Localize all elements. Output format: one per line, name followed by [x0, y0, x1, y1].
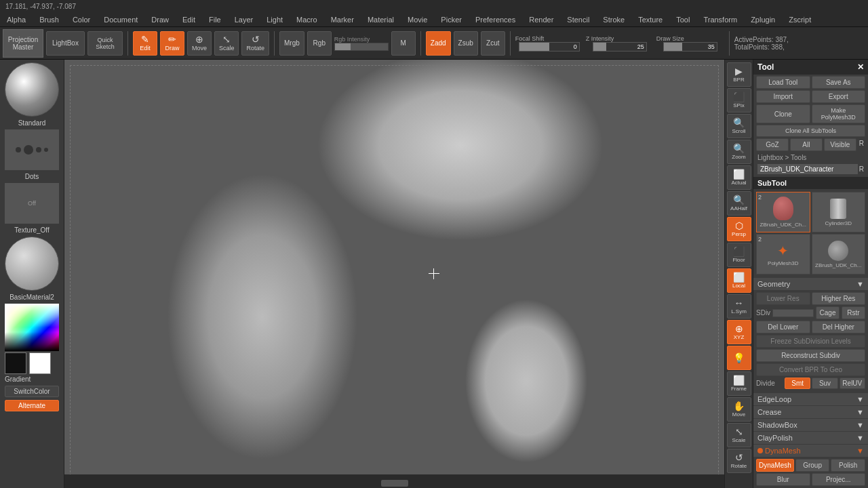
frame-button[interactable]: ⬜ Frame: [727, 371, 751, 396]
load-tool-button[interactable]: Load Tool: [756, 76, 810, 89]
z-intensity-slider[interactable]: 25: [593, 42, 647, 52]
lightbulb-button[interactable]: 💡: [727, 346, 751, 370]
scale-cam-button[interactable]: ⤡ Scale: [727, 423, 751, 447]
menu-tool[interactable]: Tool: [673, 14, 692, 25]
canvas-scrollbar[interactable]: [64, 474, 724, 488]
rotate-cam-button[interactable]: ↺ Rotate: [727, 449, 751, 473]
menu-zplugin[interactable]: Zplugin: [748, 14, 778, 25]
rotate-button[interactable]: ↺ Rotate: [241, 31, 269, 56]
floor-button[interactable]: ⬛ Floor: [727, 243, 751, 267]
menu-macro[interactable]: Macro: [294, 14, 320, 25]
focal-shift-slider[interactable]: 0: [519, 42, 580, 52]
spix-button[interactable]: ⬛ SPix: [727, 88, 751, 113]
menu-edit[interactable]: Edit: [180, 14, 198, 25]
draw-button[interactable]: ✏ Draw: [160, 31, 184, 56]
zadd-button[interactable]: Zadd: [426, 31, 451, 56]
smt-button[interactable]: Smt: [785, 378, 810, 389]
goz-button[interactable]: GoZ: [756, 138, 789, 151]
material-preview[interactable]: [5, 237, 59, 291]
xyz-button[interactable]: ⊕ XYZ: [727, 320, 751, 344]
zsub-button[interactable]: Zsub: [454, 31, 478, 56]
shadowbox-section-header[interactable]: ShadowBox ▼: [753, 419, 868, 431]
brush-name[interactable]: Standard: [18, 119, 46, 127]
reconstruct-subdiv-button[interactable]: Reconstruct Subdiv: [756, 349, 865, 362]
switch-color-button[interactable]: SwitchColor: [5, 386, 59, 397]
clone-button[interactable]: Clone: [756, 104, 810, 123]
clone-all-subtools-button[interactable]: Clone All SubTools: [756, 125, 865, 137]
reuv-button[interactable]: RelUV: [840, 378, 865, 389]
menu-file[interactable]: File: [206, 14, 224, 25]
cage-button[interactable]: Cage: [816, 306, 840, 319]
export-button[interactable]: Export: [812, 90, 866, 103]
menu-light[interactable]: Light: [264, 14, 285, 25]
lower-res-button[interactable]: Lower Res: [756, 292, 810, 305]
menu-draw[interactable]: Draw: [149, 14, 172, 25]
zoom-button[interactable]: 🔍 Zoom: [727, 140, 751, 164]
menu-stencil[interactable]: Stencil: [564, 14, 592, 25]
crease-section-header[interactable]: Crease ▼: [753, 406, 868, 418]
scroll-handle[interactable]: [381, 480, 408, 487]
import-button[interactable]: Import: [756, 90, 810, 103]
menu-marker[interactable]: Marker: [328, 14, 357, 25]
color-wheel[interactable]: [5, 304, 59, 351]
lightbox-button[interactable]: LightBox: [46, 31, 85, 56]
dynamesh-section-header[interactable]: DynaMesh ▼: [753, 445, 868, 457]
zbrush-udk-character-button[interactable]: ZBrush_UDK_Character: [757, 164, 858, 174]
dynamesh-button[interactable]: DynaMesh: [756, 459, 794, 472]
menu-render[interactable]: Render: [526, 14, 556, 25]
menu-material[interactable]: Material: [365, 14, 397, 25]
canvas-area[interactable]: [64, 60, 724, 488]
edgeloop-section-header[interactable]: EdgeLoop ▼: [753, 393, 868, 405]
group-button[interactable]: Group: [795, 459, 830, 472]
menu-layer[interactable]: Layer: [232, 14, 256, 25]
thumb-cylinder3d[interactable]: Cylinder3D: [812, 192, 866, 232]
draw-size-slider[interactable]: 35: [663, 42, 717, 52]
thumb-zbrush-udk-2[interactable]: ZBrush_UDK_Ch...: [812, 234, 866, 274]
menu-picker[interactable]: Picker: [438, 14, 465, 25]
aahalf-button[interactable]: 🔍 AAHalf: [727, 191, 751, 216]
higher-res-button[interactable]: Higher Res: [812, 292, 866, 305]
freeze-subdiv-button[interactable]: Freeze SubDivision Levels: [756, 335, 865, 348]
alpha-name[interactable]: Dots: [25, 173, 39, 180]
background-color-swatch[interactable]: [29, 352, 51, 374]
persp-button[interactable]: ⬡ Persp: [727, 217, 751, 241]
menu-color[interactable]: Color: [70, 14, 93, 25]
zcut-button[interactable]: Zcut: [481, 31, 505, 56]
foreground-color-swatch[interactable]: [5, 352, 26, 374]
material-name[interactable]: BasicMaterial2: [9, 293, 54, 301]
menu-movie[interactable]: Movie: [405, 14, 430, 25]
subtool-header[interactable]: SubTool: [753, 177, 868, 189]
texture-preview[interactable]: Off: [5, 183, 59, 224]
blur-button[interactable]: Blur: [756, 473, 810, 486]
thumb-polymesh3d[interactable]: 2 ✦ PolyMesh3D: [756, 234, 810, 274]
brush-preview[interactable]: [5, 62, 59, 117]
visible-button[interactable]: Visible: [824, 138, 856, 151]
menu-brush[interactable]: Brush: [37, 14, 62, 25]
polish-button[interactable]: Polish: [831, 459, 865, 472]
quick-sketch-button[interactable]: Quick Sketch: [87, 31, 123, 56]
rstr-button[interactable]: Rstr: [842, 306, 865, 319]
scale-button[interactable]: ⤡ Scale: [214, 31, 239, 56]
lightbox-tools-label[interactable]: Lightbox > Tools: [756, 152, 865, 163]
rgb-button[interactable]: Rgb: [307, 31, 332, 56]
bpr-button[interactable]: ▶ BPR: [727, 62, 751, 87]
del-higher-button[interactable]: Del Higher: [812, 321, 866, 333]
project-button[interactable]: Projec...: [812, 473, 866, 486]
scroll-button[interactable]: 🔍 Scroll: [727, 114, 751, 138]
edit-button[interactable]: ✎ Edit: [133, 31, 157, 56]
move-cam-button[interactable]: ✋ Move: [727, 397, 751, 422]
convert-bpr-button[interactable]: Convert BPR To Geo: [756, 363, 865, 376]
make-polymesh3d-button[interactable]: Make PolyMesh3D: [812, 104, 866, 123]
mrgb-button[interactable]: Mrgb: [279, 31, 304, 56]
save-as-button[interactable]: Save As: [812, 76, 866, 89]
menu-preferences[interactable]: Preferences: [473, 14, 518, 25]
m-button[interactable]: M: [391, 31, 416, 56]
claypolish-section-header[interactable]: ClayPolish ▼: [753, 432, 868, 444]
actual-button[interactable]: ⬜ Actual: [727, 165, 751, 190]
local-button[interactable]: ⬜ Local: [727, 268, 751, 293]
menu-texture[interactable]: Texture: [635, 14, 665, 25]
menu-document[interactable]: Document: [101, 14, 140, 25]
all-button[interactable]: All: [790, 138, 823, 151]
thumb-zbrush-udk-1[interactable]: 2 ZBrush_UDK_Ch...: [756, 192, 810, 232]
del-lower-button[interactable]: Del Lower: [756, 321, 810, 333]
